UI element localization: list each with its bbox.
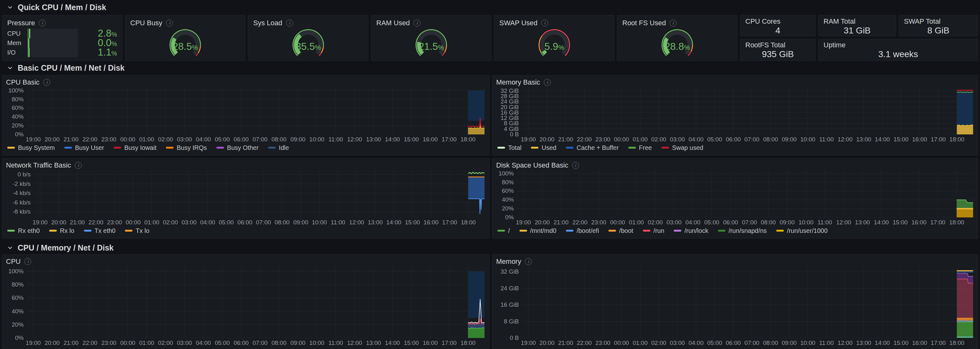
legend-item[interactable]: Swap used	[662, 144, 703, 151]
panel-swap-used: SWAP Used i 5.9%	[494, 15, 614, 61]
plot-area[interactable]	[517, 171, 974, 217]
info-icon[interactable]: i	[43, 79, 50, 86]
panel-header[interactable]: CPU i	[6, 257, 485, 267]
legend-item[interactable]: /run/snapd/ns	[718, 227, 767, 234]
plot-area[interactable]	[522, 88, 974, 134]
pressure-bar-list: CPU 2.8% Mem 0.0% I/O 1.1%	[7, 28, 117, 58]
y-tick-label: 100%	[8, 87, 24, 94]
panel-header[interactable]: Sys Load i	[253, 18, 363, 28]
section-cpu-memory-net-disk[interactable]: CPU / Memory / Net / Disk	[7, 242, 113, 253]
legend-item[interactable]: Used	[531, 144, 557, 151]
panel-title: CPU Busy	[130, 19, 162, 27]
legend-item[interactable]: /run/lock	[674, 227, 708, 234]
svg-text:28.8%: 28.8%	[665, 41, 690, 52]
panel-header[interactable]: Memory Basic i	[496, 77, 974, 88]
x-tick-label: 11:00	[331, 219, 345, 226]
info-icon[interactable]: i	[414, 19, 420, 27]
x-tick-label: 17:00	[931, 339, 946, 346]
panel-header[interactable]: Root FS Used i	[622, 18, 732, 28]
info-icon[interactable]: i	[286, 19, 293, 27]
legend-item[interactable]: Free	[628, 144, 652, 151]
y-tick-label: 100%	[498, 170, 514, 177]
stat-value: 8 GiB	[928, 25, 950, 36]
y-tick-label: 0%	[15, 131, 24, 138]
panel-header[interactable]: CPU Cores	[745, 18, 810, 25]
info-icon[interactable]: i	[541, 19, 548, 27]
panel-title: CPU Cores	[745, 18, 780, 25]
chevron-down-icon	[7, 65, 13, 71]
x-tick-label: 17:00	[442, 339, 457, 346]
legend-color-dash	[49, 230, 57, 232]
x-tick-label: 16:00	[423, 339, 438, 346]
x-tick-label: 15:00	[894, 136, 909, 143]
plot-area[interactable]	[27, 267, 485, 338]
legend-item[interactable]: Busy System	[7, 144, 55, 151]
panel-header[interactable]: SWAP Total	[904, 18, 973, 25]
info-icon[interactable]: i	[572, 162, 579, 169]
chevron-down-icon	[7, 4, 13, 10]
plot-area[interactable]	[34, 171, 485, 217]
info-icon[interactable]: i	[39, 19, 46, 27]
x-tick-label: 09:00	[291, 339, 305, 346]
bar-fill	[27, 38, 29, 48]
info-icon[interactable]: i	[166, 19, 173, 27]
legend-item[interactable]: /run	[643, 227, 664, 234]
bar-gauge[interactable]	[27, 38, 78, 48]
stat-value: 31 GiB	[844, 25, 871, 36]
x-tick-label: 15:00	[404, 339, 419, 346]
legend-color-dash	[7, 147, 15, 149]
y-tick-label: 80%	[12, 96, 24, 103]
plot-area[interactable]	[522, 267, 974, 338]
panel-header[interactable]: CPU Basic i	[6, 77, 485, 88]
panel-header[interactable]: RootFS Total	[745, 41, 810, 49]
x-tick-label: 03:00	[177, 339, 192, 346]
legend-color-dash	[84, 230, 91, 232]
bar-gauge[interactable]	[27, 29, 78, 38]
panel-header[interactable]: Network Traffic Basic i	[6, 160, 485, 171]
legend-item[interactable]: /boot	[608, 227, 633, 234]
x-tick-label: 11:00	[819, 136, 834, 143]
x-tick-label: 20:00	[539, 339, 555, 346]
legend-item[interactable]: Rx eth0	[7, 227, 40, 234]
panel-header[interactable]: Pressure i	[7, 18, 117, 28]
grafana-dashboard: Quick CPU / Mem / Disk Basic CPU / Mem /…	[0, 0, 980, 349]
legend-label: Rx eth0	[18, 227, 40, 234]
panel-header[interactable]: Memory i	[496, 257, 974, 267]
section-basic[interactable]: Basic CPU / Mem / Net / Disk	[7, 62, 124, 73]
info-icon[interactable]: i	[75, 162, 82, 169]
x-tick-label: 20:00	[535, 219, 550, 226]
panel-header[interactable]: Disk Space Used Basic i	[496, 160, 974, 171]
plot-area[interactable]	[27, 88, 485, 134]
section-quick-cpu-mem-disk[interactable]: Quick CPU / Mem / Disk	[7, 2, 106, 13]
x-tick-label: 17:00	[442, 136, 457, 143]
panel-header[interactable]: CPU Busy i	[130, 18, 240, 28]
panel-header[interactable]: SWAP Used i	[499, 18, 609, 28]
info-icon[interactable]: i	[24, 258, 31, 265]
legend-item[interactable]: /mnt/md0	[520, 227, 557, 234]
panel-header[interactable]: Uptime	[824, 41, 973, 49]
legend-item[interactable]: Idle	[268, 144, 289, 151]
legend-item[interactable]: Total	[497, 144, 521, 151]
x-tick-label: 22:00	[573, 219, 588, 226]
pressure-row-io: I/O 1.1%	[7, 48, 117, 57]
bar-gauge[interactable]	[27, 48, 78, 57]
legend-item[interactable]: Busy Iowait	[113, 144, 156, 151]
panel-title: Root FS Used	[622, 19, 666, 27]
legend-item[interactable]: Tx eth0	[84, 227, 116, 234]
legend-item[interactable]: /	[497, 227, 510, 234]
legend-item[interactable]: Rx lo	[49, 227, 75, 234]
legend-item[interactable]: Tx lo	[125, 227, 149, 234]
legend-item[interactable]: /run/user/1000	[776, 227, 828, 234]
legend-item[interactable]: Cache + Buffer	[566, 144, 619, 151]
info-icon[interactable]: i	[544, 79, 551, 86]
panel-header[interactable]: RAM Total	[824, 18, 891, 25]
x-tick-label: 23:00	[591, 219, 606, 226]
info-icon[interactable]: i	[670, 19, 676, 27]
legend-item[interactable]: Busy User	[64, 144, 104, 151]
legend-item[interactable]: /boot/efi	[566, 227, 599, 234]
legend-item[interactable]: Busy IRQs	[166, 144, 207, 151]
panel-header[interactable]: RAM Used i	[376, 18, 486, 28]
x-tick-label: 11:00	[818, 219, 832, 226]
info-icon[interactable]: i	[525, 258, 532, 265]
legend-item[interactable]: Busy Other	[216, 144, 259, 151]
